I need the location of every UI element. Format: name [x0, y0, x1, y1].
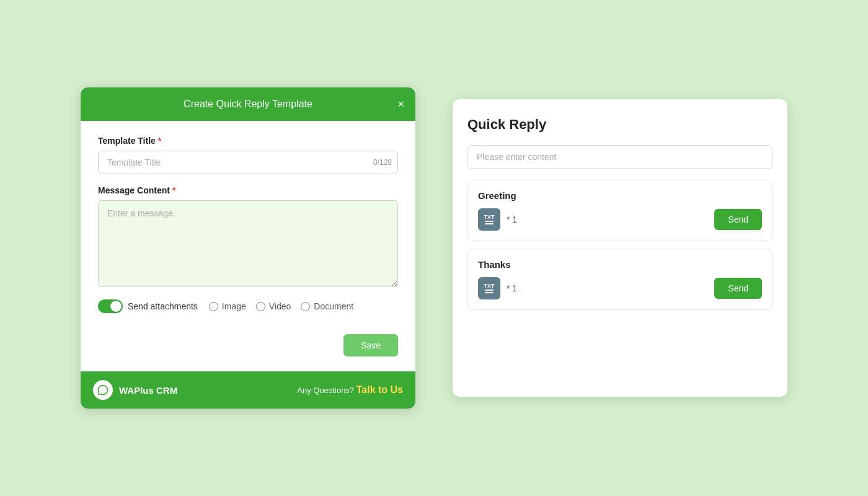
quick-reply-title: Quick Reply — [467, 117, 773, 133]
radio-document-label: Document — [314, 301, 353, 311]
attachment-type-group: Image Video Document — [209, 301, 353, 311]
card-title-greeting: Greeting — [478, 190, 762, 201]
attachments-row: Send attachments Image Video Document — [98, 299, 398, 313]
create-template-modal: Create Quick Reply Template × Template T… — [81, 87, 415, 409]
txt-badge-lines-greeting — [485, 221, 494, 224]
txt-badge-line — [485, 292, 494, 293]
toggle-knob — [110, 301, 122, 312]
footer-talk-link[interactable]: Talk to Us — [356, 384, 403, 395]
txt-badge-label-greeting: TXT — [484, 215, 495, 220]
txt-badge-label-thanks: TXT — [484, 283, 495, 289]
template-title-input[interactable] — [98, 151, 398, 174]
card-body-greeting: TXT * 1 Send — [478, 208, 762, 231]
quick-reply-card-greeting: Greeting TXT * 1 Send — [467, 180, 773, 241]
send-button-greeting[interactable]: Send — [714, 209, 762, 230]
quick-reply-search[interactable] — [467, 145, 773, 169]
required-star-message: * — [172, 185, 175, 195]
waplus-logo-icon — [97, 384, 109, 396]
radio-image-label: Image — [222, 301, 246, 311]
card-count-thanks: * 1 — [507, 283, 517, 293]
txt-badge-line — [485, 223, 494, 224]
close-button[interactable]: × — [397, 99, 404, 110]
footer-question-wrap: Any Questions? Talk to Us — [297, 384, 403, 396]
brand-name: WAPlus CRM — [119, 385, 177, 396]
txt-badge-lines-thanks — [485, 290, 494, 293]
brand-icon — [93, 380, 113, 400]
template-title-wrap: 0/128 — [98, 151, 398, 174]
radio-video[interactable]: Video — [256, 301, 291, 311]
txt-badge-line — [485, 221, 494, 222]
message-textarea[interactable] — [98, 200, 398, 287]
modal-header: Create Quick Reply Template × — [81, 87, 415, 121]
save-button[interactable]: Save — [343, 334, 398, 356]
modal-body: Template Title * 0/128 Message Content *… — [81, 121, 415, 326]
card-left-thanks: TXT * 1 — [478, 277, 517, 299]
radio-video-input[interactable] — [256, 302, 265, 311]
card-count-greeting: * 1 — [507, 215, 517, 224]
radio-document-input[interactable] — [301, 302, 310, 311]
footer-question-text: Any Questions? — [297, 386, 356, 395]
modal-title: Create Quick Reply Template — [184, 99, 312, 110]
char-count: 0/128 — [373, 158, 392, 167]
footer-bar: WAPlus CRM Any Questions? Talk to Us — [81, 371, 415, 409]
card-left-greeting: TXT * 1 — [478, 208, 517, 231]
template-title-label: Template Title * — [98, 136, 398, 146]
send-attachments-label: Send attachments — [128, 301, 198, 311]
brand-wrap: WAPlus CRM — [93, 380, 177, 400]
radio-document[interactable]: Document — [301, 301, 353, 311]
required-star-title: * — [158, 136, 161, 146]
send-button-thanks[interactable]: Send — [714, 278, 762, 299]
card-title-thanks: Thanks — [478, 259, 762, 270]
quick-reply-card-thanks: Thanks TXT * 1 Send — [467, 249, 773, 310]
radio-video-label: Video — [269, 301, 291, 311]
card-body-thanks: TXT * 1 Send — [478, 277, 762, 299]
radio-image-input[interactable] — [209, 302, 218, 311]
send-attachments-toggle[interactable] — [98, 299, 123, 313]
txt-badge-greeting: TXT — [478, 208, 500, 231]
send-attachments-toggle-wrap: Send attachments — [98, 299, 198, 313]
message-content-label: Message Content * — [98, 185, 398, 195]
txt-badge-line — [485, 290, 494, 291]
modal-footer: Save — [81, 326, 415, 371]
radio-image[interactable]: Image — [209, 301, 246, 311]
txt-badge-thanks: TXT — [478, 277, 500, 299]
quick-reply-panel: Quick Reply Greeting TXT * 1 Send Thanks — [453, 99, 787, 397]
